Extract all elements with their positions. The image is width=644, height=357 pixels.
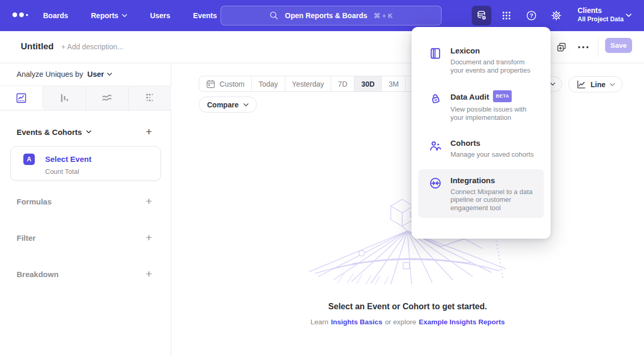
nav-link-label: Reports: [91, 11, 118, 20]
menu-item-title: Lexicon: [450, 46, 537, 56]
nav-link-events[interactable]: Events: [193, 11, 217, 20]
filter-label: Filter: [17, 234, 36, 242]
date-range-label: Today: [258, 80, 278, 88]
apps-grid-icon: [501, 10, 512, 21]
date-range-label: 30D: [361, 80, 375, 88]
scatter-chart-icon: [144, 92, 156, 104]
menu-item-description: Connect Mixpanel to a data pipeline or c…: [450, 188, 537, 212]
global-search-input[interactable]: Open Reports & Boards ⌘ + K: [221, 6, 442, 25]
menu-item-title: Cohorts: [450, 138, 533, 148]
settings-button[interactable]: [546, 6, 566, 25]
compare-button[interactable]: Compare: [199, 97, 257, 113]
duplicate-button[interactable]: [553, 39, 570, 56]
nav-link-label: Boards: [43, 11, 68, 20]
menu-item-description: Manage your saved cohorts: [450, 150, 533, 159]
lexicon-book-icon: [429, 46, 442, 74]
date-range-custom[interactable]: Custom: [199, 76, 251, 91]
more-options-button[interactable]: [575, 39, 592, 56]
chart-type-label: Line: [591, 80, 606, 89]
search-placeholder: Open Reports & Boards: [285, 11, 367, 20]
events-cohorts-label: Events & Cohorts: [17, 128, 82, 136]
line-chart-icon: [15, 92, 28, 104]
nav-link-label: Events: [193, 11, 217, 20]
menu-item-data-audit[interactable]: Data Audit BETA View possible issues wit…: [418, 85, 544, 128]
date-range-selector: Custom Today Yesterday 7D 30D 3M 6M: [199, 76, 430, 92]
analyze-uniques-row: Analyze Uniques by User: [17, 70, 112, 78]
bar-chart-icon: [58, 92, 71, 104]
date-range-yesterday[interactable]: Yesterday: [285, 76, 331, 91]
more-options-icon: [578, 46, 588, 48]
empty-state-title: Select an Event or Cohort to get started…: [171, 302, 644, 311]
search-shortcut: ⌘ + K: [374, 12, 393, 20]
tab-flow-chart[interactable]: [86, 86, 129, 110]
menu-item-integrations[interactable]: Integrations Connect Mixpanel to a data …: [418, 169, 544, 218]
flow-chart-icon: [101, 92, 113, 104]
date-range-label: 3M: [389, 80, 399, 88]
chart-type-dropdown[interactable]: Line: [568, 76, 623, 92]
add-breakdown-button[interactable]: +: [146, 269, 152, 279]
svg-text:?: ?: [530, 12, 533, 19]
menu-item-title: Integrations: [450, 175, 537, 185]
query-builder-sidebar: Analyze Uniques by User: [0, 63, 171, 357]
date-range-label: Custom: [220, 80, 244, 88]
tab-scatter-chart[interactable]: [128, 86, 171, 110]
menu-item-text: Lexicon Document and transform your even…: [450, 46, 537, 74]
nav-link-users[interactable]: Users: [150, 11, 170, 20]
settings-gear-icon: [550, 9, 563, 22]
date-range-7d[interactable]: 7D: [331, 76, 354, 91]
menu-item-lexicon[interactable]: Lexicon Document and transform your even…: [418, 39, 544, 80]
analyze-value-dropdown[interactable]: User: [87, 70, 112, 78]
formulas-section: Formulas +: [17, 195, 152, 208]
save-button[interactable]: Save: [605, 38, 632, 53]
nav-link-reports[interactable]: Reports: [91, 11, 127, 20]
or-explore-text: or explore: [385, 318, 416, 326]
date-range-today[interactable]: Today: [251, 76, 284, 91]
project-chevron[interactable]: [626, 13, 632, 17]
chevron-down-icon: [86, 130, 91, 133]
example-insights-reports-link[interactable]: Example Insights Reports: [419, 318, 505, 326]
learn-text: Learn: [310, 318, 328, 326]
events-cohorts-dropdown[interactable]: Events & Cohorts: [17, 128, 91, 136]
data-management-button[interactable]: [472, 6, 491, 25]
chevron-down-icon: [550, 83, 555, 86]
add-description-field[interactable]: + Add description...: [61, 43, 123, 51]
count-total-label[interactable]: Count Total: [45, 168, 79, 175]
nav-link-boards[interactable]: Boards: [43, 11, 68, 20]
chevron-down-icon: [107, 73, 112, 76]
project-name: Clients: [578, 6, 624, 15]
nav-link-label: Users: [150, 11, 170, 20]
nav-links: Boards Reports Users Events: [43, 0, 217, 31]
event-series-badge: A: [23, 154, 35, 165]
add-formula-button[interactable]: +: [146, 196, 152, 207]
calendar-icon: [206, 79, 215, 89]
tab-bar-chart[interactable]: [43, 86, 86, 110]
add-event-button[interactable]: +: [146, 127, 152, 137]
top-navigation-bar: Boards Reports Users Events Open Reports…: [0, 0, 644, 31]
select-event-card[interactable]: A Select Event Count Total: [10, 146, 161, 181]
insights-basics-link[interactable]: Insights Basics: [331, 318, 382, 326]
help-icon: ?: [525, 9, 538, 22]
mixpanel-logo[interactable]: [12, 12, 28, 17]
help-button[interactable]: ?: [522, 6, 541, 25]
beta-badge: BETA: [493, 90, 512, 102]
empty-state-subtitle: Learn Insights Basics or explore Example…: [171, 318, 644, 326]
date-range-3m[interactable]: 3M: [381, 76, 405, 91]
data-management-icon: [475, 9, 488, 22]
events-cohorts-header: Events & Cohorts +: [17, 127, 152, 137]
select-event-label[interactable]: Select Event: [45, 155, 91, 163]
analyze-label: Analyze Uniques by: [17, 70, 83, 78]
report-title[interactable]: Untitled: [21, 42, 53, 52]
chart-type-tabs: [0, 86, 171, 111]
menu-item-cohorts[interactable]: Cohorts Manage your saved cohorts: [418, 132, 544, 165]
project-selector[interactable]: Clients All Project Data: [578, 6, 624, 23]
breakdown-label: Breakdown: [17, 270, 59, 279]
apps-grid-button[interactable]: [497, 6, 516, 25]
menu-item-description: Document and transform your events and p…: [450, 58, 537, 74]
tab-line-chart[interactable]: [0, 86, 43, 110]
chevron-down-icon: [243, 103, 249, 106]
chevron-down-icon: [122, 14, 127, 17]
date-range-30d[interactable]: 30D: [354, 76, 381, 91]
integrations-sync-icon: [429, 175, 442, 212]
add-filter-button[interactable]: +: [146, 232, 152, 243]
formulas-label: Formulas: [17, 197, 52, 206]
